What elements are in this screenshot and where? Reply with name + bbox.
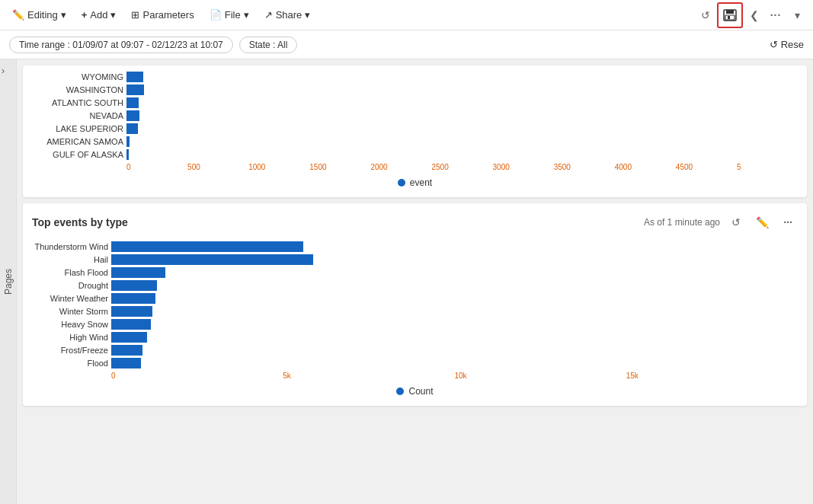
reset-label: Rese — [781, 39, 804, 50]
bottom-bar-label: Thunderstorm Wind — [32, 242, 108, 251]
editing-icon: ✏️ — [12, 9, 24, 21]
bottom-bar-chart: Thunderstorm Wind Hail Flash Flood Droug… — [32, 241, 798, 397]
share-label: Share — [276, 9, 302, 21]
add-chevron: ▾ — [110, 9, 116, 21]
bottom-bar-row: Heavy Snow — [32, 319, 798, 330]
top-bar-container — [126, 85, 798, 95]
top-bar-row: ATLANTIC SOUTH — [32, 97, 798, 108]
top-bar-row: LAKE SUPERIOR — [32, 123, 798, 134]
bottom-bar-label: Frost/Freeze — [32, 346, 108, 355]
file-menu[interactable]: 📄 File ▾ — [203, 6, 255, 24]
top-bar-label: NEVADA — [32, 111, 123, 120]
bottom-bar-row: Drought — [32, 280, 798, 291]
top-bar-row: WASHINGTON — [32, 85, 798, 95]
top-x-tick: 2000 — [370, 163, 431, 171]
top-x-tick: 4500 — [676, 163, 737, 171]
bottom-bar-label: Heavy Snow — [32, 320, 108, 329]
refresh-button[interactable]: ↺ — [696, 5, 715, 25]
bottom-bar — [111, 267, 165, 278]
svg-rect-1 — [726, 10, 734, 14]
content-area: › Pages WYOMING WASHINGTON ATLANTIC SOUT… — [0, 59, 813, 504]
bottom-x-axis: 05k10k15k — [111, 372, 798, 380]
top-x-tick: 500 — [187, 163, 248, 171]
top-bar-label: WYOMING — [32, 72, 123, 81]
bottom-bar-container — [111, 358, 798, 368]
bottom-bar-container — [111, 267, 798, 278]
top-bar-row: NEVADA — [32, 110, 798, 121]
add-menu[interactable]: + Add ▾ — [75, 6, 123, 24]
bottom-legend-dot — [396, 388, 404, 395]
top-bar — [126, 85, 144, 95]
parameters-menu[interactable]: ⊞ Parameters — [125, 6, 200, 24]
bottom-chart-edit[interactable]: ✏️ — [752, 212, 772, 232]
save-button[interactable] — [717, 2, 743, 28]
state-filter[interactable]: State : All — [239, 37, 298, 53]
bottom-bar — [111, 319, 151, 330]
top-x-tick: 1500 — [309, 163, 370, 171]
add-icon: + — [82, 9, 88, 21]
top-bar — [126, 136, 130, 147]
more-chevron[interactable]: ▾ — [787, 5, 807, 25]
top-x-tick: 4000 — [615, 163, 676, 171]
bottom-bar-label: Hail — [32, 255, 108, 264]
bottom-bar-row: High Wind — [32, 332, 798, 343]
file-icon: 📄 — [210, 9, 222, 21]
top-bar-label: WASHINGTON — [32, 85, 123, 94]
bottom-bar-label: Flash Flood — [32, 268, 108, 277]
bottom-bar-label: Winter Weather — [32, 294, 108, 303]
bottom-bar — [111, 358, 141, 368]
toolbar-right: ↺ ❮ ··· ▾ — [696, 2, 807, 28]
top-bar-container — [126, 97, 798, 108]
top-legend-label: event — [410, 177, 432, 188]
top-x-axis: 0500100015002000250030003500400045005 — [126, 163, 798, 171]
editing-menu[interactable]: ✏️ Editing ▾ — [6, 6, 72, 24]
state-label: State : All — [249, 40, 288, 50]
top-legend: event — [32, 177, 798, 188]
bottom-bar-container — [111, 345, 798, 356]
time-range-filter[interactable]: Time range : 01/09/07 at 09:07 - 02/12/2… — [9, 37, 233, 53]
bottom-chart-refresh[interactable]: ↺ — [726, 212, 746, 232]
bottom-bar-label: Winter Storm — [32, 307, 108, 316]
top-bar-row: WYOMING — [32, 72, 798, 82]
bottom-bar — [111, 306, 152, 317]
svg-rect-3 — [728, 16, 730, 19]
bottom-bar-row: Thunderstorm Wind — [32, 241, 798, 252]
more-button[interactable]: ··· — [766, 5, 786, 25]
bottom-chart-card: Top events by type As of 1 minute ago ↺ … — [23, 203, 807, 406]
bottom-bar — [111, 293, 155, 304]
reset-icon: ↺ — [770, 39, 778, 50]
bottom-bar — [111, 254, 313, 265]
bottom-chart-title: Top events by type — [32, 216, 638, 228]
bottom-bar-container — [111, 241, 798, 252]
bottom-bar-row: Frost/Freeze — [32, 345, 798, 356]
save-icon — [723, 9, 737, 21]
bottom-bar-row: Flood — [32, 358, 798, 368]
share-chevron: ▾ — [305, 9, 310, 21]
filter-bar: Time range : 01/09/07 at 09:07 - 02/12/2… — [0, 30, 813, 59]
top-bar — [126, 123, 138, 134]
share-menu[interactable]: ↗ Share ▾ — [258, 6, 317, 24]
collapse-button[interactable]: ❮ — [744, 5, 764, 25]
pages-sidebar[interactable]: › Pages — [0, 59, 17, 504]
editing-chevron: ▾ — [61, 9, 66, 21]
bottom-bar-container — [111, 293, 798, 304]
charts-area: WYOMING WASHINGTON ATLANTIC SOUTH NEVADA… — [17, 59, 813, 504]
bottom-bar-row: Winter Storm — [32, 306, 798, 317]
file-label: File — [225, 9, 241, 21]
top-bar-row: GULF OF ALASKA — [32, 149, 798, 160]
top-bar-container — [126, 136, 798, 147]
file-chevron: ▾ — [244, 9, 249, 21]
bottom-bar — [111, 280, 157, 291]
top-bar-container — [126, 149, 798, 160]
top-bar-chart: WYOMING WASHINGTON ATLANTIC SOUTH NEVADA… — [32, 72, 798, 188]
bottom-bar-container — [111, 254, 798, 265]
bottom-bar-row: Hail — [32, 254, 798, 265]
bottom-bar-container — [111, 306, 798, 317]
top-bar-label: ATLANTIC SOUTH — [32, 98, 123, 107]
parameters-label: Parameters — [142, 9, 194, 21]
bottom-chart-timestamp: As of 1 minute ago — [644, 217, 720, 228]
bottom-x-tick: 5k — [283, 372, 454, 380]
bottom-bar-label: Flood — [32, 359, 108, 368]
reset-button[interactable]: ↺ Rese — [770, 39, 804, 50]
bottom-chart-more[interactable]: ··· — [778, 212, 798, 232]
